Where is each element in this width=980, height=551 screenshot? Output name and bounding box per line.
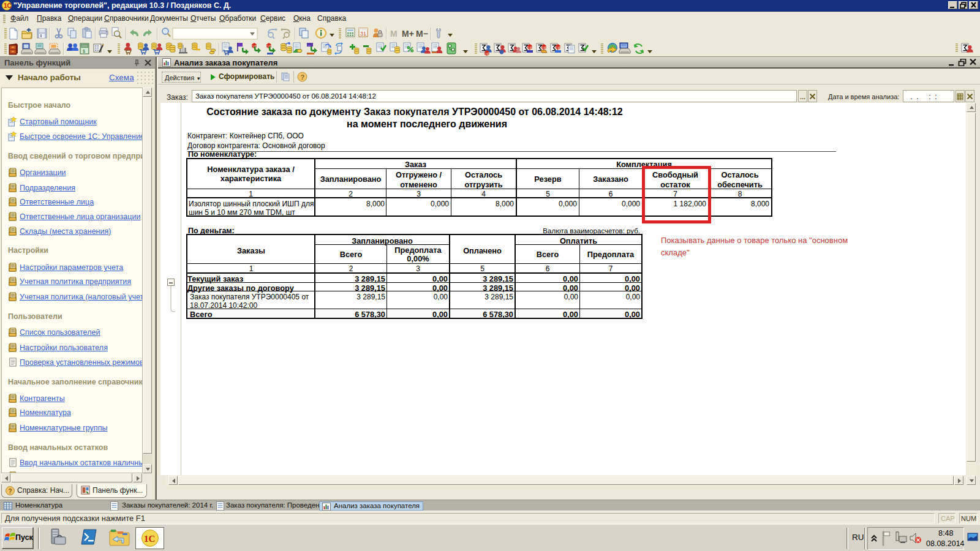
svg-text:1С: 1С: [144, 534, 155, 544]
svg-text:···: ···: [307, 43, 311, 47]
svg-text:$: $: [83, 49, 85, 53]
svg-text:M+: M+: [402, 29, 414, 39]
svg-text:M−: M−: [416, 29, 428, 39]
svg-text:M: M: [390, 29, 398, 39]
svg-text:?: ?: [301, 73, 305, 81]
svg-text:31: 31: [360, 31, 366, 37]
svg-text:?: ?: [9, 488, 12, 495]
svg-text:1С: 1С: [4, 2, 12, 9]
